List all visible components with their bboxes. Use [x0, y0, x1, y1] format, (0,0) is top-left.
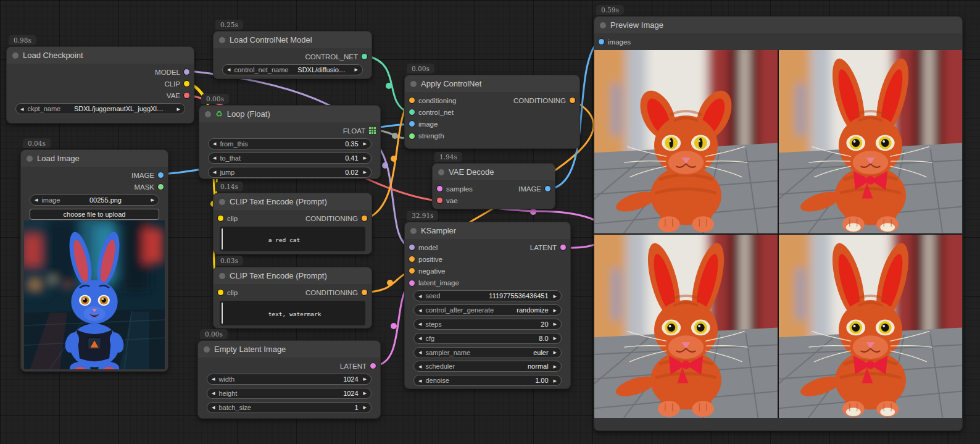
widget-control_net_name[interactable]: ◀ control_net_name SDXL/diffusio… ▶ — [222, 64, 363, 75]
input-slot-negative-dot[interactable] — [409, 268, 415, 274]
collapse-dot[interactable] — [410, 228, 417, 234]
collapse-dot[interactable] — [219, 273, 225, 279]
increment-arrow-icon[interactable]: ▶ — [363, 141, 367, 146]
widget-to_that[interactable]: ◀ to_that 0.41 ▶ — [208, 153, 372, 164]
output-slot-MASK-dot[interactable] — [158, 184, 164, 190]
node-titlebar[interactable]: Preview Image — [594, 17, 962, 33]
node-preview-image[interactable]: 0.59s Preview Image images — [594, 16, 963, 431]
input-slot-image-dot[interactable] — [409, 121, 415, 127]
output-slot-CLIP-dot[interactable] — [184, 81, 189, 86]
node-clip-text-encode-positive[interactable]: 0.14s CLIP Text Encode (Prompt) clipCOND… — [213, 193, 372, 254]
widget-jump[interactable]: ◀ jump 0.02 ▶ — [208, 167, 372, 178]
output-slot-VAE-dot[interactable] — [184, 93, 189, 98]
decrement-arrow-icon[interactable]: ◀ — [35, 198, 38, 202]
input-slot-model-dot[interactable] — [409, 245, 415, 250]
decrement-arrow-icon[interactable]: ◀ — [213, 170, 216, 174]
decrement-arrow-icon[interactable]: ◀ — [418, 379, 421, 383]
decrement-arrow-icon[interactable]: ◀ — [20, 107, 23, 111]
decrement-arrow-icon[interactable]: ◀ — [212, 405, 215, 409]
input-slot-samples-dot[interactable] — [437, 186, 442, 191]
increment-arrow-icon[interactable]: ▶ — [554, 364, 557, 369]
node-titlebar[interactable]: Apply ControlNet — [405, 75, 579, 92]
increment-arrow-icon[interactable]: ▶ — [554, 379, 557, 383]
increment-arrow-icon[interactable]: ▶ — [554, 322, 557, 326]
widget-from_this[interactable]: ◀ from_this 0.35 ▶ — [208, 138, 372, 149]
output-slot-CONDITIONING-dot[interactable] — [570, 98, 575, 103]
widget-seed[interactable]: ◀ seed 1119775536436451 ▶ — [413, 290, 562, 301]
increment-arrow-icon[interactable]: ▶ — [363, 377, 367, 381]
output-slot-LATENT-dot[interactable] — [370, 363, 376, 369]
output-slot-CONDITIONING-dot[interactable] — [362, 290, 367, 295]
decrement-arrow-icon[interactable]: ◀ — [418, 350, 421, 354]
decrement-arrow-icon[interactable]: ◀ — [418, 322, 421, 326]
node-titlebar[interactable]: Load Checkpoint — [7, 47, 194, 64]
increment-arrow-icon[interactable]: ▶ — [554, 294, 557, 298]
node-loop-float[interactable]: 0.00s ♻Loop (Float)FLOAT ◀ from_this 0.3… — [199, 105, 381, 179]
widget-sampler_name[interactable]: ◀ sampler_name euler ▶ — [413, 347, 562, 358]
collapse-dot[interactable] — [12, 52, 19, 59]
increment-arrow-icon[interactable]: ▶ — [363, 156, 367, 160]
collapse-dot[interactable] — [600, 22, 606, 28]
collapse-dot[interactable] — [27, 156, 33, 162]
increment-arrow-icon[interactable]: ▶ — [554, 350, 557, 354]
output-slot-IMAGE-dot[interactable] — [158, 172, 164, 178]
widget-image[interactable]: ◀ image 00255.png ▶ — [30, 195, 159, 206]
node-titlebar[interactable]: Empty Latent Image — [198, 341, 380, 358]
node-titlebar[interactable]: CLIP Text Encode (Prompt) — [214, 267, 372, 284]
input-slot-clip-dot[interactable] — [218, 216, 223, 221]
node-titlebar[interactable]: CLIP Text Encode (Prompt) — [214, 193, 372, 210]
node-load-controlnet-model[interactable]: 0.25s Load ControlNet ModelCONTROL_NET ◀… — [213, 31, 372, 79]
widget-height[interactable]: ◀ height 1024 ▶ — [207, 388, 372, 399]
widget-batch_size[interactable]: ◀ batch_size 1 ▶ — [207, 402, 372, 413]
decrement-arrow-icon[interactable]: ◀ — [213, 141, 216, 146]
node-titlebar[interactable]: VAE Decode — [433, 164, 555, 180]
increment-arrow-icon[interactable]: ▶ — [554, 336, 557, 340]
collapse-dot[interactable] — [438, 169, 444, 175]
widget-steps[interactable]: ◀ steps 20 ▶ — [413, 319, 562, 330]
decrement-arrow-icon[interactable]: ◀ — [418, 308, 421, 312]
collapse-dot[interactable] — [410, 81, 417, 87]
decrement-arrow-icon[interactable]: ◀ — [418, 364, 421, 369]
collapse-dot[interactable] — [219, 199, 225, 205]
output-slot-LATENT-dot[interactable] — [560, 245, 566, 250]
decrement-arrow-icon[interactable]: ◀ — [212, 377, 215, 381]
output-slot-FLOAT-grid-dot[interactable] — [369, 127, 376, 134]
input-slot-images-dot[interactable] — [599, 39, 604, 44]
input-slot-vae-dot[interactable] — [437, 198, 442, 203]
input-slot-positive-dot[interactable] — [409, 256, 415, 262]
node-vae-decode[interactable]: 1.94s VAE Decode samplesIMAGE vae — [432, 163, 555, 209]
graph-canvas[interactable]: 0.98s Load CheckpointMODELCLIPVAE ◀ ckpt… — [0, 0, 980, 444]
widget-denoise[interactable]: ◀ denoise 1.00 ▶ — [413, 375, 562, 386]
node-titlebar[interactable]: ♻Loop (Float) — [199, 106, 380, 122]
node-titlebar[interactable]: KSampler — [405, 222, 570, 239]
upload-button[interactable]: choose file to upload — [30, 209, 159, 220]
widget-ckpt_name[interactable]: ◀ ckpt_name SDXL/juggernautXL_juggXl… ▶ — [15, 103, 185, 114]
node-titlebar[interactable]: Load Image — [21, 150, 168, 167]
output-slot-CONDITIONING-dot[interactable] — [362, 216, 367, 221]
widget-width[interactable]: ◀ width 1024 ▶ — [207, 374, 372, 385]
decrement-arrow-icon[interactable]: ◀ — [418, 294, 421, 298]
node-apply-controlnet[interactable]: 0.00s Apply ControlNet conditioningCONDI… — [404, 75, 580, 149]
decrement-arrow-icon[interactable]: ◀ — [227, 67, 230, 72]
input-slot-strength-dot[interactable] — [409, 133, 415, 139]
increment-arrow-icon[interactable]: ▶ — [151, 198, 154, 202]
node-ksampler[interactable]: 32.91s KSampler modelLATENT positive neg… — [404, 222, 571, 389]
decrement-arrow-icon[interactable]: ◀ — [213, 156, 216, 160]
widget-cfg[interactable]: ◀ cfg 8.0 ▶ — [413, 333, 562, 344]
input-slot-clip-dot[interactable] — [218, 290, 223, 295]
collapse-dot[interactable] — [219, 37, 225, 43]
increment-arrow-icon[interactable]: ▶ — [355, 67, 358, 72]
increment-arrow-icon[interactable]: ▶ — [363, 391, 367, 395]
node-load-checkpoint[interactable]: 0.98s Load CheckpointMODELCLIPVAE ◀ ckpt… — [6, 46, 194, 124]
node-clip-text-encode-negative[interactable]: 0.03s CLIP Text Encode (Prompt) clipCOND… — [213, 267, 372, 329]
widget-control_after_generate[interactable]: ◀ control_after_generate randomize ▶ — [413, 304, 562, 316]
widget-scheduler[interactable]: ◀ scheduler normal ▶ — [413, 361, 562, 372]
prompt-textarea[interactable]: a red cat — [220, 227, 365, 251]
input-slot-control_net-dot[interactable] — [409, 109, 415, 115]
output-slot-CONTROL_NET-dot[interactable] — [362, 54, 367, 59]
node-empty-latent-image[interactable]: 0.00s Empty Latent ImageLATENT ◀ width 1… — [197, 340, 381, 419]
input-slot-latent_image-dot[interactable] — [409, 280, 415, 286]
increment-arrow-icon[interactable]: ▶ — [177, 107, 180, 111]
input-slot-conditioning-dot[interactable] — [409, 98, 415, 103]
collapse-dot[interactable] — [204, 346, 210, 353]
